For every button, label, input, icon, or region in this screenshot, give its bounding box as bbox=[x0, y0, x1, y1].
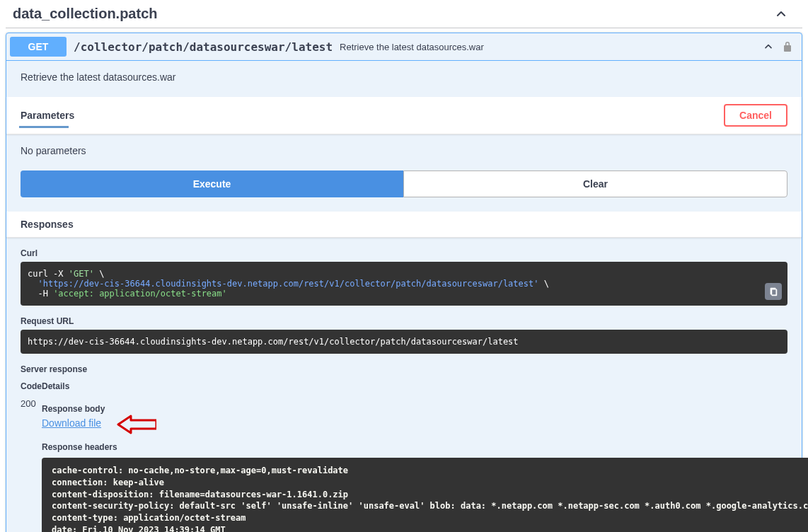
status-code: 200 bbox=[21, 398, 42, 409]
server-response-label: Server response bbox=[21, 364, 787, 374]
endpoint-summary: Retrieve the latest datasources.war bbox=[340, 42, 763, 52]
execute-row: Execute Clear bbox=[21, 170, 787, 197]
opblock-tag-section: data_collection.patch GET /collector/pat… bbox=[0, 0, 808, 532]
chevron-up-icon bbox=[774, 7, 788, 21]
curl-block: curl -X 'GET' \ 'https://dev-cis-36644.c… bbox=[21, 262, 787, 306]
curl-label: Curl bbox=[21, 248, 787, 258]
operation-description: Retrieve the latest datasources.war bbox=[21, 71, 787, 83]
cancel-button[interactable]: Cancel bbox=[724, 104, 787, 127]
clear-button[interactable]: Clear bbox=[403, 170, 787, 197]
response-headers-block: cache-control: no-cache,no-store,max-age… bbox=[42, 458, 808, 532]
execute-button[interactable]: Execute bbox=[21, 170, 403, 197]
lock-icon[interactable] bbox=[783, 41, 792, 52]
response-body-label: Response body bbox=[42, 404, 808, 414]
response-headers-label: Response headers bbox=[42, 442, 808, 452]
opblock-summary[interactable]: GET /collector/patch/datasourceswar/late… bbox=[6, 33, 802, 61]
method-badge: GET bbox=[10, 37, 67, 57]
code-column-header: Code bbox=[21, 381, 42, 398]
opblock-body: Retrieve the latest datasources.war Para… bbox=[6, 61, 802, 532]
copy-icon[interactable] bbox=[765, 283, 782, 300]
chevron-up-icon bbox=[763, 41, 774, 52]
parameters-title: Parameters bbox=[21, 110, 724, 121]
tag-title: data_collection.patch bbox=[13, 6, 774, 22]
download-file-link[interactable]: Download file bbox=[42, 417, 101, 429]
tag-header[interactable]: data_collection.patch bbox=[6, 0, 802, 28]
no-parameters-text: No parameters bbox=[21, 145, 787, 156]
arrow-annotation-icon bbox=[117, 414, 156, 435]
details-column-header: Details bbox=[42, 381, 808, 398]
opblock-get: GET /collector/patch/datasourceswar/late… bbox=[6, 33, 802, 532]
endpoint-path: /collector/patch/datasourceswar/latest bbox=[67, 40, 340, 54]
parameters-header: Parameters Cancel bbox=[6, 97, 802, 134]
response-table: Code 200 Details Response body Download … bbox=[21, 381, 787, 532]
request-url-block: https://dev-cis-36644.cloudinsights-dev.… bbox=[21, 330, 787, 354]
responses-header: Responses bbox=[6, 212, 802, 238]
responses-title: Responses bbox=[21, 219, 74, 230]
request-url-label: Request URL bbox=[21, 316, 787, 326]
